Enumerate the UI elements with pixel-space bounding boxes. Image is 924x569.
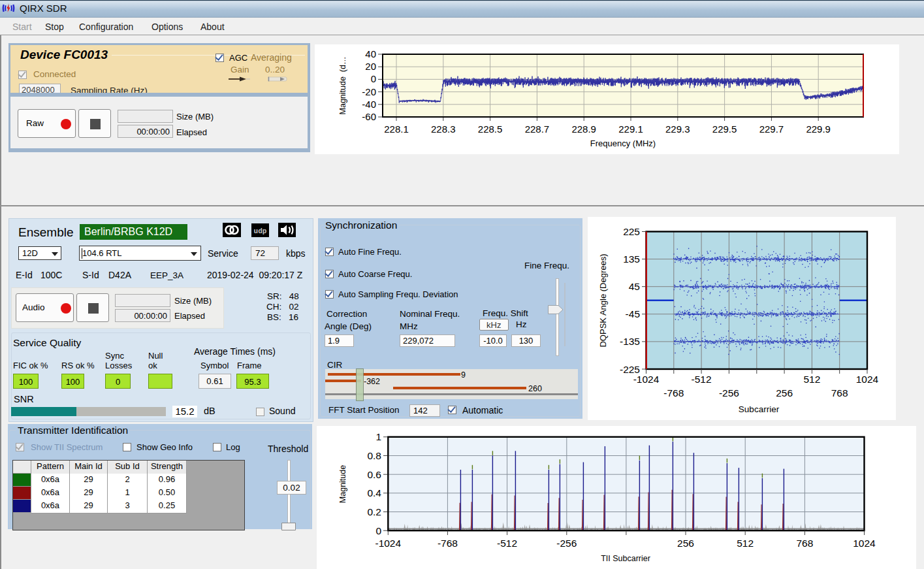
svg-text:-256: -256 [556,538,577,549]
svg-text:Frequency (MHz): Frequency (MHz) [590,138,656,148]
svg-text:TII Subcarrier: TII Subcarrier [601,554,650,563]
svg-text:0.2: 0.2 [367,506,381,517]
svg-text:Magnitude (d…: Magnitude (d… [338,57,347,115]
svg-text:-60: -60 [362,111,376,122]
svg-text:-512: -512 [497,538,517,549]
svg-text:udp: udp [254,227,267,235]
svg-text:Magnitude: Magnitude [338,465,347,503]
svg-text:229.7: 229.7 [759,123,784,135]
svg-text:228.1: 228.1 [384,123,409,135]
svg-text:512: 512 [737,538,754,549]
svg-text:-768: -768 [663,387,684,398]
svg-text:20: 20 [365,61,376,72]
svg-text:229.3: 229.3 [665,123,690,135]
svg-text:228.3: 228.3 [431,123,456,135]
svg-text:0: 0 [371,73,376,84]
svg-text:512: 512 [803,374,820,385]
svg-text:0.4: 0.4 [367,487,381,498]
svg-text:40: 40 [365,48,376,59]
svg-text:-1024: -1024 [633,374,660,385]
svg-text:768: 768 [796,538,813,549]
svg-text:225: 225 [623,226,640,237]
svg-text:-768: -768 [438,538,458,549]
svg-text:-1024: -1024 [375,538,401,549]
svg-text:45: 45 [629,281,640,292]
svg-text:-45: -45 [626,308,640,319]
svg-text:0: 0 [375,525,381,536]
svg-text:Subcarrier: Subcarrier [739,404,780,414]
svg-text:1024: 1024 [856,374,879,385]
svg-text:229.5: 229.5 [712,123,737,135]
svg-text:-512: -512 [692,374,712,385]
svg-text:0.8: 0.8 [367,450,381,461]
svg-text:1: 1 [375,431,381,442]
svg-text:-225: -225 [620,364,640,375]
svg-text:-40: -40 [362,99,376,110]
svg-text:256: 256 [776,387,793,398]
svg-text:-20: -20 [362,86,376,97]
svg-text:-135: -135 [620,336,640,347]
svg-text:135: 135 [623,253,640,265]
svg-text:1024: 1024 [853,538,876,549]
svg-text:228.5: 228.5 [478,123,503,135]
svg-text:229.1: 229.1 [618,123,643,135]
svg-text:768: 768 [831,387,848,398]
svg-text:-256: -256 [719,387,739,398]
svg-text:228.9: 228.9 [571,123,596,135]
svg-text:228.7: 228.7 [525,123,550,135]
svg-text:229.9: 229.9 [806,123,831,135]
svg-text:0.6: 0.6 [367,469,381,480]
svg-text:DQPSK Angle (Degrees): DQPSK Angle (Degrees) [598,253,608,347]
svg-text:256: 256 [677,538,694,549]
